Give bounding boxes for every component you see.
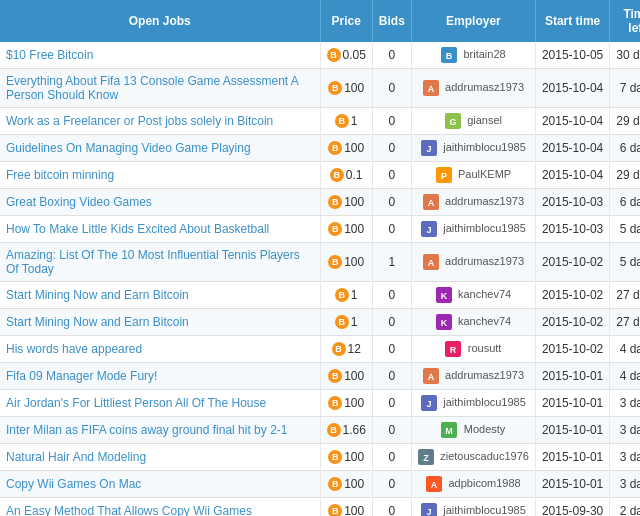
employer-name[interactable]: addrumasz1973 bbox=[445, 369, 524, 381]
job-bids: 0 bbox=[372, 417, 411, 444]
job-title[interactable]: Start Mining Now and Earn Bitcoin bbox=[0, 309, 320, 336]
job-title[interactable]: Work as a Freelancer or Post jobs solely… bbox=[0, 108, 320, 135]
employer-name[interactable]: kanchev74 bbox=[458, 288, 511, 300]
job-employer[interactable]: J jaithimblocu1985 bbox=[411, 498, 535, 517]
btc-icon: B bbox=[328, 81, 342, 95]
employer-name[interactable]: rousutt bbox=[468, 342, 502, 354]
employer-avatar: B bbox=[441, 47, 457, 63]
employer-avatar: A bbox=[423, 80, 439, 96]
table-row: Air Jordan's For Littliest Person All Of… bbox=[0, 390, 640, 417]
job-employer[interactable]: M Modesty bbox=[411, 417, 535, 444]
job-time-left: 4 days bbox=[610, 336, 640, 363]
svg-text:R: R bbox=[450, 345, 457, 355]
job-time-left: 3 days bbox=[610, 417, 640, 444]
employer-name[interactable]: Modesty bbox=[464, 423, 506, 435]
job-employer[interactable]: A adpbicom1988 bbox=[411, 471, 535, 498]
table-row: Natural Hair And Modeling B100 0 Z zieto… bbox=[0, 444, 640, 471]
svg-text:A: A bbox=[428, 198, 435, 208]
job-time-left: 3 days bbox=[610, 471, 640, 498]
header-bids: Bids bbox=[372, 0, 411, 42]
employer-name[interactable]: jaithimblocu1985 bbox=[443, 504, 526, 516]
btc-icon: B bbox=[332, 342, 346, 356]
job-title[interactable]: Amazing: List Of The 10 Most Influential… bbox=[0, 243, 320, 282]
header-employer: Employer bbox=[411, 0, 535, 42]
header-open-jobs: Open Jobs bbox=[0, 0, 320, 42]
job-title[interactable]: Inter Milan as FIFA coins away ground fi… bbox=[0, 417, 320, 444]
job-title[interactable]: Copy Wii Games On Mac bbox=[0, 471, 320, 498]
job-bids: 0 bbox=[372, 162, 411, 189]
employer-name[interactable]: zietouscaduc1976 bbox=[440, 450, 529, 462]
employer-name[interactable]: addrumasz1973 bbox=[445, 255, 524, 267]
job-employer[interactable]: J jaithimblocu1985 bbox=[411, 135, 535, 162]
job-employer[interactable]: J jaithimblocu1985 bbox=[411, 390, 535, 417]
job-title[interactable]: How To Make Little Kids Excited About Ba… bbox=[0, 216, 320, 243]
employer-name[interactable]: PaulKEMP bbox=[458, 168, 511, 180]
job-start-time: 2015-10-02 bbox=[535, 336, 609, 363]
job-start-time: 2015-10-02 bbox=[535, 282, 609, 309]
btc-icon: B bbox=[328, 504, 342, 516]
table-row: Guidelines On Managing Video Game Playin… bbox=[0, 135, 640, 162]
btc-icon: B bbox=[328, 255, 342, 269]
employer-name[interactable]: kanchev74 bbox=[458, 315, 511, 327]
job-start-time: 2015-10-03 bbox=[535, 216, 609, 243]
job-title[interactable]: Free bitcoin minning bbox=[0, 162, 320, 189]
job-employer[interactable]: K kanchev74 bbox=[411, 282, 535, 309]
job-title[interactable]: Fifa 09 Manager Mode Fury! bbox=[0, 363, 320, 390]
job-title[interactable]: His words have appeared bbox=[0, 336, 320, 363]
job-title[interactable]: Air Jordan's For Littliest Person All Of… bbox=[0, 390, 320, 417]
employer-avatar: K bbox=[436, 287, 452, 303]
job-bids: 0 bbox=[372, 309, 411, 336]
btc-icon: B bbox=[328, 195, 342, 209]
job-start-time: 2015-10-04 bbox=[535, 108, 609, 135]
job-title[interactable]: Great Boxing Video Games bbox=[0, 189, 320, 216]
btc-icon: B bbox=[328, 222, 342, 236]
job-start-time: 2015-10-01 bbox=[535, 444, 609, 471]
employer-name[interactable]: addrumasz1973 bbox=[445, 195, 524, 207]
table-row: Inter Milan as FIFA coins away ground fi… bbox=[0, 417, 640, 444]
employer-name[interactable]: jaithimblocu1985 bbox=[443, 222, 526, 234]
employer-name[interactable]: jaithimblocu1985 bbox=[443, 141, 526, 153]
job-employer[interactable]: G giansel bbox=[411, 108, 535, 135]
job-price: B100 bbox=[320, 135, 372, 162]
employer-name[interactable]: jaithimblocu1985 bbox=[443, 396, 526, 408]
job-title[interactable]: Start Mining Now and Earn Bitcoin bbox=[0, 282, 320, 309]
job-bids: 1 bbox=[372, 243, 411, 282]
job-title[interactable]: $10 Free Bitcoin bbox=[0, 42, 320, 69]
job-employer[interactable]: A addrumasz1973 bbox=[411, 243, 535, 282]
job-title[interactable]: Guidelines On Managing Video Game Playin… bbox=[0, 135, 320, 162]
job-bids: 0 bbox=[372, 189, 411, 216]
job-employer[interactable]: R rousutt bbox=[411, 336, 535, 363]
employer-name[interactable]: addrumasz1973 bbox=[445, 81, 524, 93]
job-bids: 0 bbox=[372, 135, 411, 162]
job-price: B1 bbox=[320, 108, 372, 135]
job-bids: 0 bbox=[372, 444, 411, 471]
table-row: Copy Wii Games On Mac B100 0 A adpbicom1… bbox=[0, 471, 640, 498]
employer-name[interactable]: adpbicom1988 bbox=[448, 477, 520, 489]
employer-avatar: J bbox=[421, 140, 437, 156]
svg-text:M: M bbox=[446, 426, 454, 436]
job-title[interactable]: Everything About Fifa 13 Console Game As… bbox=[0, 69, 320, 108]
employer-name[interactable]: giansel bbox=[467, 114, 502, 126]
job-employer[interactable]: A addrumasz1973 bbox=[411, 363, 535, 390]
table-row: His words have appeared B12 0 R rousutt … bbox=[0, 336, 640, 363]
employer-avatar: A bbox=[423, 368, 439, 384]
btc-icon: B bbox=[328, 369, 342, 383]
job-title[interactable]: An Easy Method That Allows Copy Wii Game… bbox=[0, 498, 320, 517]
job-price: B0.05 bbox=[320, 42, 372, 69]
job-employer[interactable]: J jaithimblocu1985 bbox=[411, 216, 535, 243]
job-employer[interactable]: A addrumasz1973 bbox=[411, 189, 535, 216]
job-employer[interactable]: B britain28 bbox=[411, 42, 535, 69]
job-employer[interactable]: Z zietouscaduc1976 bbox=[411, 444, 535, 471]
btc-icon: B bbox=[335, 288, 349, 302]
job-employer[interactable]: P PaulKEMP bbox=[411, 162, 535, 189]
job-employer[interactable]: A addrumasz1973 bbox=[411, 69, 535, 108]
job-employer[interactable]: K kanchev74 bbox=[411, 309, 535, 336]
job-price: B100 bbox=[320, 69, 372, 108]
svg-text:P: P bbox=[441, 171, 447, 181]
svg-text:B: B bbox=[446, 51, 453, 61]
job-title[interactable]: Natural Hair And Modeling bbox=[0, 444, 320, 471]
job-time-left: 29 days bbox=[610, 108, 640, 135]
job-bids: 0 bbox=[372, 282, 411, 309]
job-bids: 0 bbox=[372, 336, 411, 363]
employer-name[interactable]: britain28 bbox=[463, 48, 505, 60]
